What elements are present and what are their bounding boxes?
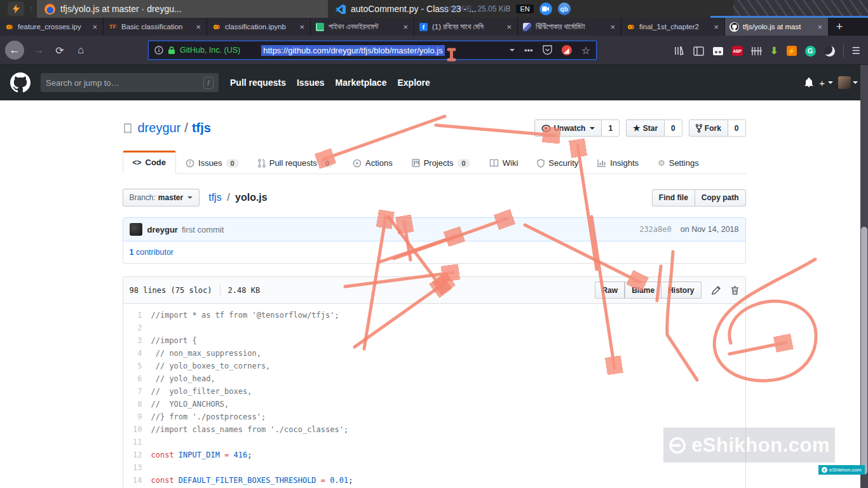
line-number[interactable]: 7 [123, 385, 151, 398]
tab-close-icon[interactable]: × [298, 22, 306, 32]
github-nav-issues[interactable]: Issues [297, 78, 325, 88]
star-count[interactable]: 0 [665, 119, 682, 137]
find-file-button[interactable]: Find file [652, 189, 695, 207]
history-button[interactable]: History [661, 281, 701, 299]
screenshot-tool-icon[interactable] [712, 46, 724, 56]
blame-button[interactable]: Blame [625, 281, 661, 299]
back-button[interactable]: ← [5, 41, 24, 60]
commit-hash[interactable]: 232a8e0 [639, 225, 672, 234]
repo-tab-insights[interactable]: Insights [588, 152, 648, 174]
commit-author[interactable]: dreygur [147, 225, 178, 234]
copy-path-button[interactable]: Copy path [695, 189, 746, 207]
browser-tab[interactable]: TFBasic classification× [104, 18, 207, 36]
repo-tab-security[interactable]: Security [527, 152, 588, 174]
line-number[interactable]: 6 [123, 372, 151, 385]
browser-tab[interactable]: f(1) রবিবের সাথে মেসি× [414, 18, 518, 36]
privacy-extension-icon[interactable] [824, 46, 835, 57]
notifications-bell-icon[interactable] [804, 78, 814, 88]
line-number[interactable]: 10 [123, 423, 151, 436]
line-number[interactable]: 11 [123, 436, 151, 449]
github-logo[interactable] [10, 72, 31, 93]
unwatch-count[interactable]: 1 [602, 119, 620, 137]
unwatch-button[interactable]: Unwatch [534, 119, 602, 137]
github-nav-explore[interactable]: Explore [397, 78, 430, 88]
github-search-input[interactable]: Search or jump to… / [41, 73, 219, 92]
edit-pencil-icon[interactable] [712, 286, 721, 295]
bookmark-star-icon[interactable]: ☆ [581, 44, 590, 57]
tab-close-icon[interactable]: × [91, 22, 98, 32]
line-number[interactable]: 3 [123, 334, 151, 347]
fork-button[interactable]: Fork [689, 119, 728, 137]
sidebar-icon[interactable] [693, 46, 704, 56]
line-number[interactable]: 1 [123, 309, 151, 322]
new-tab-button[interactable]: + [829, 18, 850, 36]
workspace-switcher[interactable] [733, 0, 868, 18]
fork-count[interactable]: 0 [728, 119, 746, 137]
repo-owner-link[interactable]: dreygur [138, 121, 181, 135]
line-number[interactable]: 14 [123, 474, 151, 487]
extension-icon-red[interactable]: ◢ [562, 45, 572, 55]
browser-tab[interactable]: feature_crosses.ipy× [0, 18, 104, 36]
tab-close-icon[interactable]: × [402, 22, 409, 32]
repo-tab-settings[interactable]: ⚙Settings [648, 152, 709, 174]
page-actions-icon[interactable]: ••• [524, 46, 533, 55]
zoom-app-tray-icon[interactable] [539, 3, 552, 15]
github-nav-pull-requests[interactable]: Pull requests [230, 78, 286, 88]
branch-selector[interactable]: Branch:master [123, 189, 200, 207]
extension-icon-orange[interactable]: ⚡ [787, 46, 797, 56]
browser-tab[interactable]: ঝিঁঝিঁপোকার থার্মোমিটা× [518, 18, 621, 36]
commit-message-link[interactable]: first commit [182, 225, 224, 234]
browser-tab[interactable]: tfjs/yolo.js at mast× [725, 18, 829, 36]
browser-tab[interactable]: final_1st_chapter2× [621, 18, 725, 36]
download-manager-icon[interactable] [751, 46, 762, 56]
app-launcher-icon[interactable] [8, 2, 24, 16]
url-dropdown-caret[interactable] [510, 49, 515, 51]
repo-tab-code[interactable]: <>Code [123, 151, 177, 174]
repo-tab-actions[interactable]: Actions [343, 152, 402, 174]
repo-tab-wiki[interactable]: Wiki [480, 152, 528, 174]
line-number[interactable]: 8 [123, 398, 151, 410]
commit-author-avatar[interactable] [130, 223, 142, 236]
home-button[interactable]: ⌂ [74, 44, 87, 56]
url-input[interactable]: https://github.com/dreygur/tfjs/blob/mas… [261, 45, 445, 56]
page-scrollbar-thumb[interactable] [861, 227, 867, 475]
breadcrumb-repo-link[interactable]: tfjs [208, 192, 221, 203]
line-number[interactable]: 2 [123, 322, 151, 334]
keyboard-layout-indicator[interactable]: EN [516, 4, 533, 13]
forward-button[interactable]: → [32, 44, 45, 56]
tab-close-icon[interactable]: × [609, 22, 616, 32]
page-scrollbar-track[interactable] [860, 65, 868, 488]
menu-button[interactable]: ☰ [852, 45, 860, 57]
line-number[interactable]: 5 [123, 360, 151, 372]
repo-tab-projects[interactable]: Projects0 [402, 152, 480, 174]
qbittorrent-tray-icon[interactable]: qb [558, 3, 571, 15]
repo-tab-pull-requests[interactable]: Pull requests0 [248, 152, 343, 174]
line-number[interactable]: 9 [123, 410, 151, 423]
browser-tab[interactable]: classification.ipynb× [207, 18, 311, 36]
url-bar[interactable]: GitHub, Inc. (US) https://github.com/dre… [148, 41, 597, 60]
site-identity-label[interactable]: GitHub, Inc. (US) [180, 46, 240, 55]
taskbar-item-firefox[interactable]: tfjs/yolo.js at master · dreygu... [37, 0, 328, 18]
repo-tab-issues[interactable]: Issues0 [176, 152, 248, 174]
delete-trash-icon[interactable] [731, 286, 739, 295]
create-new-menu[interactable]: + [819, 78, 833, 88]
tab-close-icon[interactable]: × [194, 22, 202, 32]
user-menu[interactable] [838, 76, 858, 89]
github-nav-marketplace[interactable]: Marketplace [336, 78, 387, 88]
repo-name-link[interactable]: tfjs [192, 121, 211, 135]
video-download-icon[interactable]: ⬇ [770, 45, 778, 57]
pocket-icon[interactable] [543, 45, 552, 55]
library-icon[interactable] [674, 46, 685, 56]
line-number[interactable]: 13 [123, 461, 151, 474]
line-number[interactable]: 4 [123, 347, 151, 360]
line-number[interactable]: 12 [123, 449, 151, 461]
site-info-icon[interactable] [154, 46, 163, 55]
browser-tab[interactable]: পাইথন এনভাইরনমেন্ট× [311, 18, 414, 36]
adblock-plus-icon[interactable]: ABP [732, 46, 743, 56]
tab-close-icon[interactable]: × [505, 22, 513, 32]
grammarly-icon[interactable]: G [805, 46, 816, 57]
contributors-link[interactable]: 1 contributor [130, 248, 174, 257]
tab-close-icon[interactable]: × [816, 22, 824, 32]
reload-button[interactable]: ⟳ [53, 44, 66, 57]
star-button[interactable]: ★Star [626, 119, 665, 137]
